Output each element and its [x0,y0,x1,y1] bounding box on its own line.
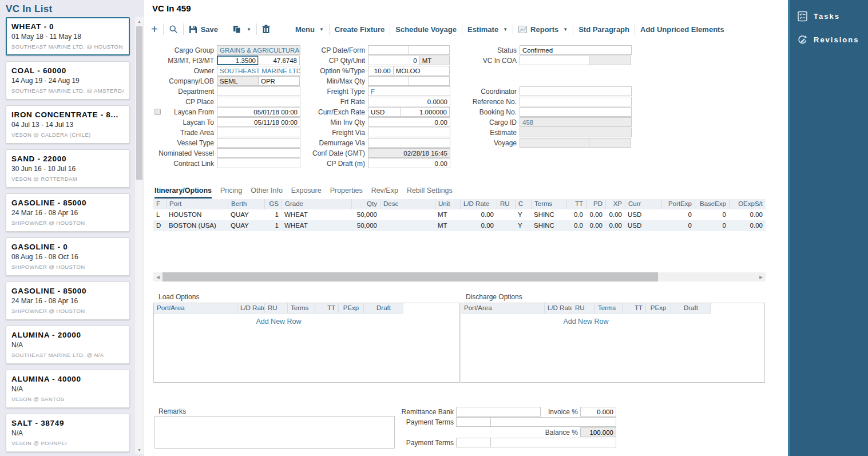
cell[interactable]: 0 [661,220,695,231]
cell[interactable]: 0.00 [586,209,605,220]
cell[interactable]: WHEAT [282,220,351,231]
cell[interactable]: QUAY [228,220,264,231]
revisions-button[interactable]: Revisions [790,28,868,51]
vc-in-coa-field-1[interactable] [520,55,589,65]
cell[interactable]: MT [435,209,460,220]
freight-type-field[interactable]: F [368,86,450,96]
min-inv-qty-field[interactable]: 0.00 [368,117,450,127]
cell[interactable]: SHINC [531,209,566,220]
cell[interactable]: 0.0 [566,209,586,220]
scroll-up-arrow-icon[interactable]: ▲ [135,17,144,26]
cell[interactable]: QUAY [228,209,264,220]
schedule-voyage-button[interactable]: Schedule Voyage [395,25,457,34]
vc-in-coa-field-2[interactable] [589,55,631,65]
voyage-field-1[interactable] [520,138,589,148]
cell[interactable]: 0.00 [460,209,497,220]
vc-in-card[interactable]: ALUMINA - 40000N/AVESON @ SANTOS [6,370,130,408]
vc-in-card[interactable]: GASOLINE - 8500024 Mar 16 - 08 Apr 16SHI… [6,193,130,232]
itinerary-row[interactable]: DBOSTON (USA)QUAY1WHEAT50,000MT0.00YSHIN… [153,220,766,231]
cell[interactable]: MT [435,220,460,231]
cell[interactable]: 0 [695,209,729,220]
m3mt-ft3mt-field-1[interactable]: 1.3500 [217,55,259,65]
discharge-options-add-new-row-link[interactable]: Add New Row [461,318,711,326]
add-button[interactable]: + [151,23,158,35]
scroll-down-arrow-icon[interactable]: ▼ [135,446,144,454]
itinerary-row[interactable]: LHOUSTONQUAY1WHEAT50,000MT0.00YSHINC0.00… [153,209,766,220]
cell[interactable]: WHEAT [282,209,351,220]
reference-no-field[interactable] [520,97,632,106]
scrollbar-thumb[interactable] [162,272,658,281]
min-max-qty-field-2[interactable] [409,76,450,86]
payment-terms-code-field-2[interactable] [456,438,491,447]
vessel-type-field[interactable] [217,138,300,148]
add-unpriced-elements-button[interactable]: Add Unpriced Elements [640,25,724,34]
department-field[interactable] [217,86,300,96]
cell[interactable]: SHINC [531,220,566,231]
frt-rate-field[interactable]: 0.0000 [368,97,450,106]
m3mt-ft3mt-field-2[interactable]: 47.6748 [258,55,300,65]
laycan-from-field[interactable]: 05/01/18 00:00 [217,107,300,117]
cargo-group-field[interactable]: GRAINS & AGRICULTURAL [217,45,300,55]
vc-in-card[interactable]: COAL - 6000014 Aug 19 - 24 Aug 19SOUTHEA… [6,61,130,100]
scroll-right-arrow-icon[interactable]: ▶ [756,275,766,280]
cp-draft-m-field[interactable]: 0.00 [368,158,450,168]
cell[interactable]: 50,000 [351,209,380,220]
delete-button[interactable] [262,25,270,34]
booking-no-field[interactable] [520,107,632,117]
create-fixture-button[interactable]: Create Fixture [335,25,385,34]
cell[interactable]: 1 [264,209,282,220]
scroll-left-arrow-icon[interactable]: ◀ [153,275,162,280]
nominated-vessel-field[interactable] [217,148,300,158]
min-max-qty-field-1[interactable] [368,76,409,86]
tab-properties[interactable]: Properties [330,187,363,199]
curr-exch-rate-field-1[interactable]: USD [368,107,401,117]
tasks-button[interactable]: Tasks [790,5,868,28]
payment-terms-code-field-1[interactable] [456,417,491,427]
cell[interactable] [497,220,515,231]
cp-qty-unit-field-1[interactable]: 0 [368,55,420,65]
curr-exch-rate-field-2[interactable]: 1.000000 [401,107,450,117]
company-lob-field-1[interactable]: SEML [217,76,259,86]
trade-area-field[interactable] [217,128,300,137]
search-button[interactable] [169,25,178,34]
cell[interactable]: 0 [695,220,729,231]
copy-button[interactable]: ▼ [233,25,251,34]
cell[interactable]: 0.00 [460,220,497,231]
cell[interactable]: 0.00 [729,220,766,231]
scrollbar-thumb[interactable] [136,26,142,180]
vc-in-card[interactable]: SAND - 2200030 Jun 16 - 10 Jul 16VESON @… [6,149,130,188]
vc-in-card[interactable]: SALT - 38749N/AVESON @ POHNPEI [6,414,130,452]
cell[interactable]: 0.00 [605,209,625,220]
cell[interactable]: L [153,209,166,220]
tab-exposure[interactable]: Exposure [291,187,322,199]
owner-field[interactable]: SOUTHEAST MARINE LTD. [217,66,300,76]
estimate-button[interactable]: Estimate▼ [467,25,508,34]
estimate-field[interactable] [520,128,632,137]
cell[interactable] [380,220,435,231]
cp-date-form-field-1[interactable] [368,45,409,55]
cp-place-field[interactable] [217,97,300,106]
vc-in-card[interactable]: IRON CONCENTRATE - 8...04 Jul 13 - 14 Ju… [6,105,130,144]
cell[interactable]: 0.0 [566,220,586,231]
tab-rebill-settings[interactable]: Rebill Settings [407,187,453,199]
cargo-id-field[interactable]: 458 [520,117,632,127]
payment-terms-desc-field-1[interactable] [490,417,616,427]
option-pct-type-field-1[interactable]: 10.00 [368,66,394,76]
cell[interactable]: 0.00 [729,209,766,220]
cell[interactable]: BOSTON (USA) [166,220,228,231]
cell[interactable]: Y [515,220,531,231]
payment-terms-desc-field-2[interactable] [490,438,616,447]
cell[interactable]: 0 [661,209,695,220]
cell[interactable]: 0.00 [605,220,625,231]
laycan-from-checkbox[interactable] [154,109,161,115]
contract-link-field[interactable] [217,158,300,168]
cell[interactable]: USD [625,209,661,220]
laycan-to-field[interactable]: 05/11/18 00:00 [217,117,300,127]
coordinator-field[interactable] [520,86,632,96]
vc-in-card[interactable]: GASOLINE - 008 Aug 16 - 08 Oct 16SHIPOWN… [6,237,130,276]
cell[interactable]: HOUSTON [166,209,228,220]
invoice-pct-field[interactable]: 0.000 [580,407,616,417]
cell[interactable]: 1 [264,220,282,231]
tab-itinerary-options[interactable]: Itinerary/Options [154,187,212,199]
cell[interactable]: 50,000 [351,220,380,231]
